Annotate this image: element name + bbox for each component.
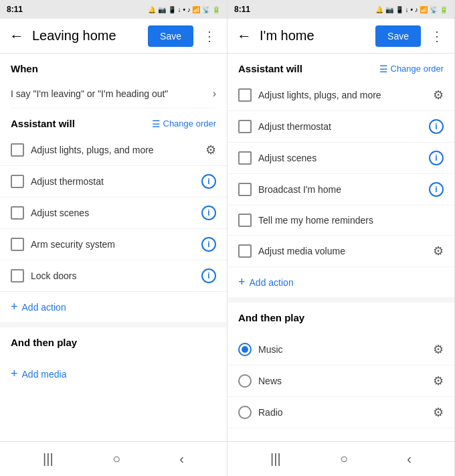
divider-right xyxy=(227,297,454,303)
top-bar-right: ← I'm home Save ⋮ xyxy=(227,19,454,54)
status-bar-left: 8:11 🔔 📷 📱 ↓ • ♪ 📶 📡 🔋 xyxy=(0,0,227,19)
action-item-1-left[interactable]: Adjust thermostat i xyxy=(0,166,227,197)
info-icon-4-left[interactable]: i xyxy=(201,268,216,283)
action-item-1-right[interactable]: Adjust thermostat i xyxy=(227,111,454,143)
nav-menu-left[interactable]: ||| xyxy=(43,451,54,467)
divider-left xyxy=(0,322,227,327)
gear-icon-0-right[interactable]: ⚙ xyxy=(433,88,444,102)
checkbox-3-right[interactable] xyxy=(238,183,252,196)
add-icon-right: + xyxy=(238,275,246,289)
info-icon-3-left[interactable]: i xyxy=(201,237,216,252)
back-button-right[interactable]: ← xyxy=(234,25,254,48)
action-label-0-right: Adjust lights, plugs, and more xyxy=(258,90,426,100)
add-media-left[interactable]: + Add media xyxy=(0,359,227,389)
reorder-icon-right: ☰ xyxy=(379,64,388,74)
right-content: Assistant will ☰ Change order Adjust lig… xyxy=(227,54,454,441)
action-item-5-right[interactable]: Adjust media volume ⚙ xyxy=(227,236,454,267)
play-title-right: And then play xyxy=(238,312,444,323)
info-icon-2-right[interactable]: i xyxy=(429,151,444,165)
action-item-2-left[interactable]: Adjust scenes i xyxy=(0,197,227,229)
status-time-left: 8:11 xyxy=(7,5,23,14)
checkbox-0-left[interactable] xyxy=(11,143,24,157)
checkbox-1-right[interactable] xyxy=(238,120,252,133)
action-label-3-left: Arm security system xyxy=(31,239,195,250)
add-action-right[interactable]: + Add action xyxy=(227,267,454,297)
gear-icon-5-right[interactable]: ⚙ xyxy=(433,244,444,258)
chevron-icon: › xyxy=(213,88,216,100)
checkbox-5-right[interactable] xyxy=(238,244,252,258)
assistant-title-left: Assistant will xyxy=(11,118,75,129)
action-item-0-left[interactable]: Adjust lights, plugs, and more ⚙ xyxy=(0,135,227,166)
assistant-header-left: Assistant will ☰ Change order xyxy=(0,108,227,135)
play-section-right: And then play xyxy=(227,303,454,334)
nav-menu-right[interactable]: ||| xyxy=(270,451,281,467)
radio-radio[interactable] xyxy=(238,406,252,419)
gear-icon-music[interactable]: ⚙ xyxy=(433,342,444,357)
media-label-music: Music xyxy=(258,344,426,355)
gear-icon-radio[interactable]: ⚙ xyxy=(433,405,444,420)
trigger-row[interactable]: I say "I'm leaving" or "I'm heading out"… xyxy=(11,80,216,108)
notification-icons: 🔔 📷 📱 ↓ • ♪ 📶 📡 🔋 xyxy=(148,6,220,13)
save-button-right[interactable]: Save xyxy=(375,25,421,47)
media-label-radio: Radio xyxy=(258,407,426,418)
checkbox-1-left[interactable] xyxy=(11,175,24,188)
back-button-left[interactable]: ← xyxy=(7,25,27,48)
action-item-3-right[interactable]: Broadcast I'm home i xyxy=(227,174,454,206)
gear-icon-news[interactable]: ⚙ xyxy=(433,374,444,388)
checkbox-2-right[interactable] xyxy=(238,151,252,165)
media-item-radio[interactable]: Radio ⚙ xyxy=(227,397,454,428)
bottom-nav-right: ||| ○ ‹ xyxy=(227,441,454,476)
checkbox-4-left[interactable] xyxy=(11,269,24,283)
checkbox-4-right[interactable] xyxy=(238,214,252,227)
action-item-3-left[interactable]: Arm security system i xyxy=(0,229,227,260)
media-item-news[interactable]: News ⚙ xyxy=(227,366,454,397)
action-item-2-right[interactable]: Adjust scenes i xyxy=(227,143,454,174)
media-label-news: News xyxy=(258,376,426,386)
info-icon-1-right[interactable]: i xyxy=(429,119,444,134)
play-title-left: And then play xyxy=(11,337,216,348)
page-title-right: I'm home xyxy=(260,28,370,44)
info-icon-3-right[interactable]: i xyxy=(429,182,444,197)
change-order-right[interactable]: ☰ Change order xyxy=(379,64,444,74)
info-icon-2-left[interactable]: i xyxy=(201,206,216,220)
change-order-left[interactable]: ☰ Change order xyxy=(152,118,217,129)
save-button-left[interactable]: Save xyxy=(148,25,193,47)
action-item-0-right[interactable]: Adjust lights, plugs, and more ⚙ xyxy=(227,80,454,111)
radio-music[interactable] xyxy=(238,343,252,356)
checkbox-0-right[interactable] xyxy=(238,88,252,102)
action-label-3-right: Broadcast I'm home xyxy=(258,184,422,195)
more-menu-left[interactable]: ⋮ xyxy=(199,25,220,47)
nav-back-right[interactable]: ‹ xyxy=(407,451,412,467)
action-item-4-right[interactable]: Tell me my home reminders xyxy=(227,206,454,236)
media-item-music[interactable]: Music ⚙ xyxy=(227,334,454,366)
status-bar-right: 8:11 🔔 📷 📱 ↓ • ♪ 📶 📡 🔋 xyxy=(227,0,454,19)
notification-icons-right: 🔔 📷 📱 ↓ • ♪ 📶 📡 🔋 xyxy=(375,6,448,13)
add-action-label-right: Add action xyxy=(250,277,294,288)
gear-icon-0-left[interactable]: ⚙ xyxy=(205,143,216,157)
left-content: When I say "I'm leaving" or "I'm heading… xyxy=(0,54,227,441)
nav-back-left[interactable]: ‹ xyxy=(179,451,184,467)
reorder-icon-left: ☰ xyxy=(152,118,161,129)
page-title-left: Leaving home xyxy=(32,28,143,44)
action-item-4-left[interactable]: Lock doors i xyxy=(0,260,227,292)
radio-inner-music xyxy=(242,346,248,353)
more-menu-right[interactable]: ⋮ xyxy=(426,25,448,47)
assistant-title-right: Assistant will xyxy=(238,63,302,74)
action-label-0-left: Adjust lights, plugs, and more xyxy=(31,145,199,155)
change-order-label-right: Change order xyxy=(391,64,444,74)
when-section: When I say "I'm leaving" or "I'm heading… xyxy=(0,54,227,108)
add-media-icon-left: + xyxy=(11,367,18,381)
action-label-4-right: Tell me my home reminders xyxy=(258,215,444,226)
nav-home-left[interactable]: ○ xyxy=(112,451,120,467)
action-label-4-left: Lock doors xyxy=(31,270,195,281)
add-action-left[interactable]: + Add action xyxy=(0,292,227,322)
nav-home-right[interactable]: ○ xyxy=(340,451,348,467)
action-label-1-right: Adjust thermostat xyxy=(258,121,422,132)
assistant-header-right: Assistant will ☰ Change order xyxy=(227,54,454,80)
radio-news[interactable] xyxy=(238,374,252,388)
top-bar-left: ← Leaving home Save ⋮ xyxy=(0,19,227,54)
right-panel: 8:11 🔔 📷 📱 ↓ • ♪ 📶 📡 🔋 ← I'm home Save ⋮… xyxy=(227,0,455,476)
checkbox-3-left[interactable] xyxy=(11,238,24,251)
checkbox-2-left[interactable] xyxy=(11,206,24,220)
info-icon-1-left[interactable]: i xyxy=(201,174,216,189)
